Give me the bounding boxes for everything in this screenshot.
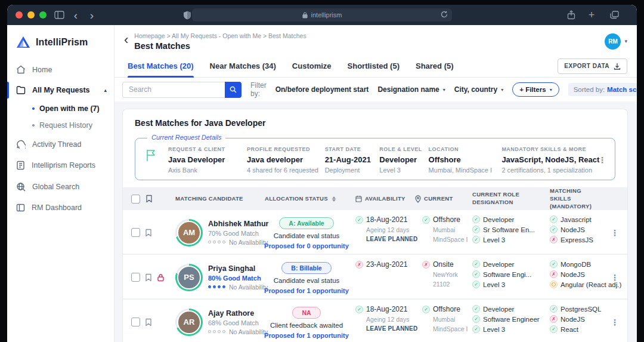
bookmark-icon[interactable] — [145, 318, 152, 326]
tab-shared[interactable]: Shared (5) — [416, 55, 454, 77]
current-location-cell: ✓OffshoreMumbaiMindSpace I — [415, 215, 467, 249]
header-current-role[interactable]: CURRENT ROLE DESIGNATION — [467, 191, 545, 207]
check-icon: ✓ — [422, 216, 430, 224]
availability-date: ✗23-Aug-2021 — [355, 260, 415, 269]
breadcrumb[interactable]: Homepage > All My Requests - Open with M… — [134, 32, 306, 39]
match-score: 68% Good Match — [208, 319, 268, 326]
header-matching-candidate[interactable]: MATCHING CANDIDATE — [175, 195, 265, 203]
tab-shortlisted[interactable]: Shortlisted (5) — [348, 55, 400, 77]
home-icon — [16, 65, 26, 74]
chevron-down-icon: ▾ — [501, 87, 503, 93]
tab-best-matches[interactable]: Best Matches (20) — [128, 55, 194, 77]
zoom-window-icon[interactable] — [39, 11, 47, 19]
sidebar-item-intelliprism-reports[interactable]: Intelliprism Reports — [7, 155, 114, 176]
close-window-icon[interactable] — [16, 11, 23, 19]
check-icon: ✓ — [550, 215, 558, 223]
more-filters-button[interactable]: + Filters ▾ — [512, 82, 559, 97]
availability-cell: ✓18-Aug-2021Ageing 12 daysLEAVE PLANNED — [348, 305, 415, 339]
header-matching-skills[interactable]: MATCHING SKILLS (MANDATORY) — [545, 187, 602, 210]
back-chevron-icon[interactable]: ‹ — [120, 32, 134, 50]
forward-icon[interactable]: › — [85, 5, 98, 25]
sidebar-toggle-icon[interactable] — [51, 5, 67, 25]
leave-planned-flag: LEAVE PLANNED — [366, 325, 415, 332]
filter-deployment-start[interactable]: On/before deployment start — [275, 85, 369, 94]
sidebar-item-global-search[interactable]: Global Search — [7, 176, 114, 198]
role-text: Software Engineer — [483, 316, 540, 323]
field-label: LOCATION — [429, 146, 492, 152]
filter-designation-name[interactable]: Designation name ▾ — [377, 85, 445, 94]
availability-dots: No Availability — [208, 328, 268, 335]
leave-planned-flag: LEAVE PLANNED — [366, 236, 415, 242]
candidate-name[interactable]: Priya Singhal — [208, 264, 268, 273]
bookmark-icon[interactable] — [145, 273, 152, 282]
candidate-name[interactable]: Abhishek Mathur — [208, 220, 268, 228]
search-button[interactable] — [225, 82, 242, 98]
share-icon[interactable] — [564, 5, 578, 25]
availability-dot-icon — [222, 285, 225, 288]
avatar[interactable]: AR — [177, 310, 201, 334]
role-text: Level 3 — [483, 281, 505, 288]
tab-overview-icon[interactable] — [607, 5, 621, 25]
tab-near-matches[interactable]: Near Matches (34) — [210, 55, 276, 77]
field-label: PROFILE REQUESTED — [247, 146, 315, 152]
sidebar-item-request-history[interactable]: Request History — [7, 117, 114, 134]
avatar[interactable]: RM — [605, 33, 621, 50]
role-line: ✓Developer — [472, 260, 545, 268]
calendar-icon — [355, 195, 362, 202]
page-title: Best Matches — [134, 41, 306, 51]
sidebar-item-activity-thread[interactable]: Activity Thread — [7, 134, 114, 155]
proposed-opportunity-link[interactable]: Proposed for 1 opportunity — [264, 287, 349, 294]
role-text: Developer — [483, 261, 514, 268]
sidebar-item-rm-dashboard[interactable]: RM Dashboard — [7, 198, 114, 218]
sidebar-item-home[interactable]: Home — [7, 59, 114, 80]
check-icon: ✓ — [472, 281, 480, 288]
row-checkbox[interactable] — [131, 318, 140, 326]
sort-icon[interactable] — [332, 196, 336, 202]
current-city: Mumbai — [433, 226, 467, 233]
check-icon: ✓ — [422, 306, 430, 313]
address-bar[interactable]: intelliprism — [192, 8, 452, 21]
skills-cell: ✓Javascript✓NodeJS✗ExpressJS — [545, 215, 602, 249]
kebab-icon[interactable]: ⋮ — [611, 228, 619, 238]
proposed-opportunity-link[interactable]: Proposed for 1 opportunity — [264, 332, 349, 339]
dashboard-icon — [16, 204, 25, 212]
avatar[interactable]: PS — [177, 266, 201, 289]
row-select-cell — [123, 215, 175, 249]
export-data-button[interactable]: EXPORT DATA — [558, 58, 627, 74]
kebab-icon[interactable]: ⋮ — [611, 318, 619, 327]
check-icon: ✓ — [550, 305, 558, 313]
tab-customize[interactable]: Customize — [292, 55, 332, 77]
kebab-icon[interactable]: ⋮ — [598, 155, 606, 165]
kebab-icon[interactable]: ⋮ — [611, 273, 619, 282]
sorted-by-control[interactable]: Sorted by: Match score ▾ — [568, 83, 637, 96]
minimize-window-icon[interactable] — [27, 11, 35, 19]
candidate-cell: AMAbhishek Mathur70% Good MatchNo Availa… — [175, 215, 265, 249]
field-sub: Deployment — [325, 167, 370, 174]
avatar[interactable]: AM — [177, 221, 201, 245]
row-checkbox[interactable] — [131, 228, 140, 237]
new-tab-icon[interactable]: + — [584, 5, 599, 25]
skill-text: Javascript — [561, 216, 592, 223]
role-cell: ✓Developer✓Sr Software En...✓Level 3 — [467, 215, 545, 249]
header-current[interactable]: CURRENT — [415, 195, 467, 203]
refresh-icon[interactable] — [441, 11, 448, 19]
check-icon: ✓ — [472, 236, 480, 244]
tabs: Best Matches (20) Near Matches (34) Cust… — [114, 55, 637, 78]
allocation-status-pill: NA — [292, 307, 320, 319]
skill-text: PostgresSQL — [561, 306, 601, 313]
sidebar-item-open-with-me[interactable]: Open with me (7) — [7, 100, 114, 117]
bookmark-icon[interactable] — [145, 195, 153, 203]
bookmark-icon[interactable] — [145, 229, 152, 237]
chevron-down-icon[interactable]: ▾ — [624, 38, 627, 44]
row-checkbox[interactable] — [131, 273, 140, 282]
select-all-checkbox[interactable] — [131, 195, 140, 204]
proposed-opportunity-link[interactable]: Proposed for 0 opportunity — [264, 242, 349, 249]
candidate-name[interactable]: Ajay Rathore — [208, 309, 268, 318]
filter-city-country[interactable]: City, country ▾ — [454, 85, 503, 94]
header-allocation-status[interactable]: ALLOCATION STATUS — [265, 195, 348, 203]
back-icon[interactable]: ‹ — [69, 5, 82, 25]
search-input[interactable] — [122, 82, 225, 98]
chevron-down-icon: ▾ — [443, 87, 445, 93]
header-availability[interactable]: AVAILABILITY — [348, 195, 415, 203]
sidebar-item-all-my-requests[interactable]: All My Requests ▴ — [7, 80, 114, 100]
